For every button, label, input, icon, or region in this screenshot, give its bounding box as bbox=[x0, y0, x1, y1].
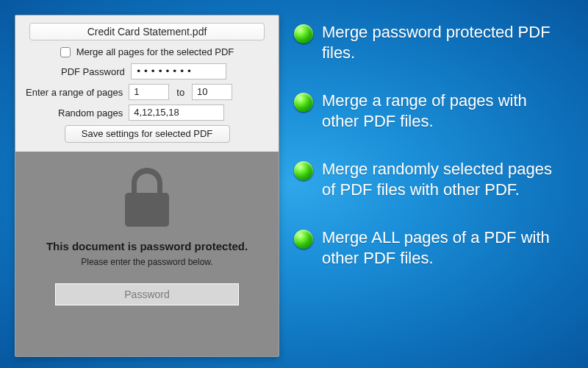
lock-icon bbox=[120, 165, 174, 230]
bullet-icon bbox=[294, 161, 313, 180]
filename-pill[interactable]: Credit Card Statement.pdf bbox=[29, 23, 265, 40]
merge-all-row: Merge all pages for the selected PDF bbox=[23, 46, 271, 57]
random-label: Random pages bbox=[58, 107, 123, 118]
merge-all-label: Merge all pages for the selected PDF bbox=[76, 46, 234, 57]
range-row: Enter a range of pages 1 to 10 bbox=[23, 84, 271, 100]
merge-all-checkbox[interactable] bbox=[60, 47, 71, 57]
feature-text: Merge password protected PDF files. bbox=[322, 22, 564, 63]
locked-area: This document is password protected. Ple… bbox=[15, 152, 279, 356]
settings-panel-top: Credit Card Statement.pdf Merge all page… bbox=[15, 15, 279, 152]
feature-list: Merge password protected PDF files. Merg… bbox=[294, 22, 573, 268]
feature-text: Merge a range of pages with other PDF fi… bbox=[322, 91, 564, 131]
feature-item: Merge password protected PDF files. bbox=[294, 22, 573, 63]
settings-panel: Credit Card Statement.pdf Merge all page… bbox=[15, 15, 279, 357]
feature-item: Merge a range of pages with other PDF fi… bbox=[294, 91, 573, 131]
random-input[interactable]: 4,12,15,18 bbox=[129, 105, 224, 121]
bullet-icon bbox=[294, 230, 313, 249]
bullet-icon bbox=[294, 93, 313, 112]
range-to-label: to bbox=[176, 87, 184, 98]
unlock-password-input[interactable]: Password bbox=[55, 283, 239, 305]
feature-item: Merge randomly selected pages of PDF fil… bbox=[294, 159, 573, 199]
range-label: Enter a range of pages bbox=[26, 87, 123, 98]
protected-subtitle: Please enter the password below. bbox=[81, 257, 212, 267]
pdf-password-label: PDF Password bbox=[61, 66, 125, 77]
feature-text: Merge ALL pages of a PDF with other PDF … bbox=[322, 227, 564, 268]
feature-text: Merge randomly selected pages of PDF fil… bbox=[322, 159, 564, 199]
protected-title: This document is password protected. bbox=[46, 240, 248, 252]
save-settings-button[interactable]: Save settings for selected PDF bbox=[65, 125, 230, 143]
feature-item: Merge ALL pages of a PDF with other PDF … bbox=[294, 227, 573, 268]
range-from-input[interactable]: 1 bbox=[129, 84, 169, 100]
bullet-icon bbox=[294, 24, 313, 43]
range-to-input[interactable]: 10 bbox=[192, 84, 232, 100]
pdf-password-row: PDF Password •••••••• bbox=[23, 63, 271, 79]
random-row: Random pages 4,12,15,18 bbox=[23, 105, 271, 121]
pdf-password-input[interactable]: •••••••• bbox=[131, 63, 226, 79]
